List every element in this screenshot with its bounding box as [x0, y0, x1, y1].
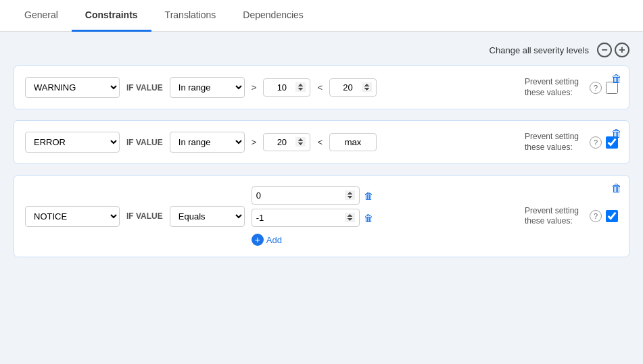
notice-value-1-input[interactable] [252, 209, 360, 227]
error-lt-symbol: < [317, 137, 323, 147]
notice-value-row-1: 🗑 [252, 209, 373, 227]
error-condition-select[interactable]: In range Equals Greater than Less than [170, 132, 245, 153]
warning-max-input[interactable] [329, 78, 377, 97]
increase-severity-button[interactable]: + [615, 43, 629, 57]
error-max-input[interactable] [329, 133, 377, 151]
notice-severity-select[interactable]: WARNING ERROR NOTICE [25, 206, 120, 227]
warning-prevent-section: Prevent setting these values: ? [525, 77, 618, 98]
warning-lt-symbol: < [317, 82, 323, 93]
notice-if-value-label: IF VALUE [126, 211, 163, 221]
tab-bar: General Constraints Translations Depende… [0, 0, 643, 32]
main-content: Change all severity levels − + 🗑 WARNING… [0, 32, 643, 279]
notice-prevent-label: Prevent setting these values: [525, 206, 586, 227]
warning-gt-symbol: > [252, 82, 257, 93]
warning-if-value-label: IF VALUE [126, 83, 163, 93]
delete-notice-icon[interactable]: 🗑 [611, 182, 622, 194]
notice-card: 🗑 WARNING ERROR NOTICE IF VALUE In range… [14, 175, 629, 257]
warning-condition-select[interactable]: In range Equals Greater than Less than [170, 77, 245, 98]
error-prevent-section: Prevent setting these values: ? [525, 132, 618, 153]
warning-card: 🗑 WARNING ERROR NOTICE IF VALUE In range… [14, 66, 629, 109]
notice-value-row-0: 🗑 [252, 186, 373, 205]
delete-value-0-icon[interactable]: 🗑 [364, 190, 373, 201]
add-value-button[interactable]: + Add [252, 234, 373, 246]
tab-general[interactable]: General [11, 0, 72, 32]
error-gt-symbol: > [252, 137, 257, 147]
warning-card-row: WARNING ERROR NOTICE IF VALUE In range E… [25, 77, 618, 98]
notice-help-icon[interactable]: ? [590, 210, 602, 222]
error-help-icon[interactable]: ? [590, 136, 602, 149]
tab-translations[interactable]: Translations [151, 0, 230, 32]
error-if-value-label: IF VALUE [126, 138, 163, 147]
error-prevent-label: Prevent setting these values: [525, 132, 586, 153]
warning-help-icon[interactable]: ? [590, 82, 602, 94]
notice-prevent-checkbox[interactable] [606, 210, 618, 222]
notice-equals-values: 🗑 🗑 + Add [252, 186, 373, 246]
delete-error-icon[interactable]: 🗑 [611, 128, 622, 140]
warning-min-input[interactable] [263, 78, 310, 97]
severity-controls: Change all severity levels − + [14, 43, 629, 57]
severity-label: Change all severity levels [490, 45, 589, 55]
notice-prevent-section: Prevent setting these values: ? [525, 206, 618, 227]
delete-warning-icon[interactable]: 🗑 [611, 73, 622, 85]
warning-prevent-label: Prevent setting these values: [525, 77, 586, 98]
decrease-severity-button[interactable]: − [597, 43, 612, 57]
tab-constraints[interactable]: Constraints [72, 0, 151, 32]
error-min-input[interactable] [263, 133, 310, 151]
add-label: Add [266, 235, 282, 245]
add-circle-icon: + [252, 234, 264, 246]
warning-severity-select[interactable]: WARNING ERROR NOTICE [25, 77, 120, 98]
delete-value-1-icon[interactable]: 🗑 [364, 213, 373, 224]
notice-card-row: WARNING ERROR NOTICE IF VALUE In range E… [25, 186, 618, 246]
error-severity-select[interactable]: WARNING ERROR NOTICE [25, 132, 120, 153]
error-card: 🗑 WARNING ERROR NOTICE IF VALUE In range… [14, 120, 629, 164]
tab-dependencies[interactable]: Dependencies [229, 0, 317, 32]
error-card-row: WARNING ERROR NOTICE IF VALUE In range E… [25, 132, 618, 153]
notice-value-0-input[interactable] [252, 186, 360, 205]
notice-condition-select[interactable]: In range Equals Greater than Less than [170, 206, 245, 227]
